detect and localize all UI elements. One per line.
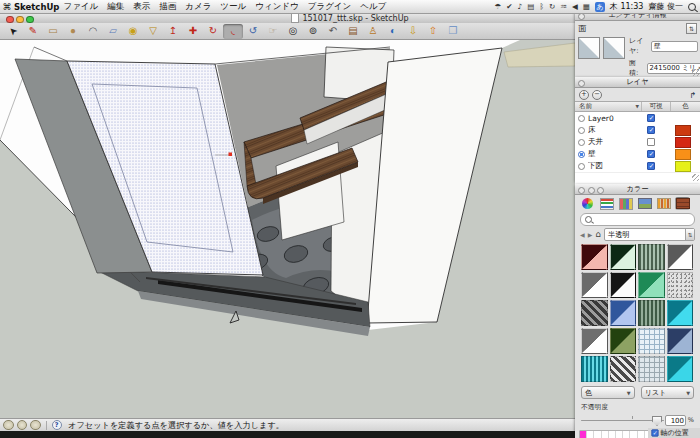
material-swatch-1[interactable] (581, 244, 608, 270)
credits-icon[interactable] (17, 420, 28, 431)
layer-active-radio[interactable] (578, 163, 585, 170)
list-popup-button[interactable]: リスト▼ (641, 386, 695, 399)
layer-visible-checkbox[interactable] (647, 150, 655, 158)
layer-row-下図[interactable]: 下図 (575, 160, 700, 172)
menu-item-ヘルプ[interactable]: ヘルプ (360, 1, 386, 13)
spotlight-search-icon[interactable] (688, 3, 696, 11)
material-swatch-2[interactable] (610, 244, 637, 270)
tool-line-button[interactable]: ✎ (23, 24, 43, 39)
layer-active-radio[interactable] (578, 139, 585, 146)
layer-select[interactable]: 壁 (651, 41, 698, 52)
favorite-color-cell[interactable] (623, 431, 630, 438)
menu-item-カメラ[interactable]: カメラ (185, 1, 211, 13)
tool-tape-measure-button[interactable]: ◉ (123, 24, 143, 39)
tool-eraser-button[interactable]: ▱ (103, 24, 123, 39)
layer-color-swatch[interactable] (675, 137, 691, 148)
back-material-thumb[interactable] (603, 37, 625, 59)
tool-rectangle-button[interactable]: ▭ (43, 24, 63, 39)
forward-arrow-icon[interactable]: ▶ (588, 231, 593, 238)
material-swatch-4[interactable] (667, 244, 694, 270)
favorite-color-cell[interactable] (630, 431, 637, 438)
menu-clock[interactable]: 木 11:33 (610, 1, 644, 12)
umbrella-icon[interactable]: ☂ (495, 3, 502, 11)
favorite-color-cell[interactable] (616, 431, 623, 438)
tool-share-model-button[interactable]: ⇧ (423, 24, 443, 39)
layer-visible-checkbox[interactable] (647, 162, 655, 170)
favorite-color-cell[interactable] (580, 431, 587, 438)
geolocation-icon[interactable] (3, 420, 14, 431)
layer-color-swatch[interactable] (675, 161, 691, 172)
favorite-color-cell[interactable] (594, 431, 601, 438)
material-swatch-7[interactable] (638, 272, 665, 298)
notes-icon[interactable]: ♪ (518, 3, 523, 11)
tool-orbit-button[interactable]: ↺ (243, 24, 263, 39)
home-icon[interactable]: ⌂ (595, 230, 601, 239)
layer-visible-checkbox[interactable] (647, 126, 655, 134)
check-badge-icon[interactable]: ✔ (506, 3, 512, 11)
front-material-thumb[interactable] (578, 37, 600, 59)
material-swatch-8[interactable] (667, 272, 694, 298)
material-swatch-16[interactable] (667, 328, 694, 354)
layer-options-icon[interactable]: ↱ (689, 91, 696, 100)
column-color[interactable]: 色 (670, 102, 700, 111)
tool-rotate-button[interactable]: ↻ (203, 24, 223, 39)
claim-credit-icon[interactable] (30, 420, 41, 431)
layer-row-床[interactable]: 床 (575, 124, 700, 136)
tool-add-location-button[interactable]: ♙ (363, 24, 383, 39)
tool-previous-view-button[interactable]: ↶ (323, 24, 343, 39)
material-swatch-10[interactable] (610, 300, 637, 326)
wifi-icon[interactable]: ♒ (560, 3, 567, 11)
image-palettes-icon[interactable] (637, 197, 652, 210)
menu-item-ツール[interactable]: ツール (220, 1, 246, 13)
tool-paint-bucket-button[interactable]: ▽ (143, 24, 163, 39)
favorite-color-cell[interactable] (609, 431, 616, 438)
layer-color-swatch[interactable] (675, 149, 691, 160)
layer-visible-checkbox[interactable] (647, 114, 655, 122)
material-swatch-14[interactable] (610, 328, 637, 354)
ime-input-icon[interactable]: あ (595, 2, 605, 12)
back-arrow-icon[interactable]: ◀ (580, 231, 585, 238)
opacity-slider-thumb[interactable] (652, 416, 662, 426)
material-swatch-20[interactable] (667, 356, 694, 382)
column-visible[interactable]: 可視 (641, 102, 670, 111)
favorite-color-cell[interactable] (638, 431, 645, 438)
app-menu-sketchup[interactable]: SketchUp (14, 2, 59, 12)
column-name[interactable]: 名前 ▼ (575, 102, 641, 111)
tool-send-to-layout-button[interactable]: ▤ (343, 24, 363, 39)
material-swatch-18[interactable] (610, 356, 637, 382)
layer-color-swatch[interactable] (675, 125, 691, 136)
layer-active-radio[interactable] (578, 151, 585, 158)
layer-row-Layer0[interactable]: Layer0 (575, 112, 700, 124)
airplay-icon[interactable]: ▦ (583, 3, 590, 11)
menu-item-ウィンドウ[interactable]: ウィンドウ (255, 1, 299, 13)
tool-arc-button[interactable]: ◠ (83, 24, 103, 39)
material-swatch-13[interactable] (581, 328, 608, 354)
opacity-slider-track[interactable] (581, 420, 664, 422)
tool-get-models-button[interactable]: ⇩ (403, 24, 423, 39)
layer-active-radio[interactable] (578, 127, 585, 134)
menu-user-name[interactable]: 齋藤 俊一 (648, 1, 683, 12)
material-swatch-17[interactable] (581, 356, 608, 382)
layer-row-天井[interactable]: 天井 (575, 136, 700, 148)
volume-icon[interactable]: ◀ (572, 3, 578, 11)
material-swatch-3[interactable] (638, 244, 665, 270)
material-swatch-6[interactable] (610, 272, 637, 298)
layer-row-壁[interactable]: 壁 (575, 148, 700, 160)
window-buttons[interactable] (578, 187, 604, 194)
add-layer-button[interactable]: + (579, 90, 589, 100)
sync-icon[interactable]: ↻ (549, 3, 555, 11)
menu-item-プラグイン[interactable]: プラグイン (308, 1, 352, 13)
tool-preview-in-google-earth-button[interactable]: ◐ (383, 24, 403, 39)
menu-item-表示[interactable]: 表示 (133, 1, 150, 13)
favorite-color-cell[interactable] (587, 431, 594, 438)
display-icon[interactable]: ▤ (527, 3, 534, 11)
collection-dropdown[interactable]: 半透明 ⇅ (604, 228, 695, 241)
material-swatch-19[interactable] (638, 356, 665, 382)
stepper-icon[interactable]: ⇅ (685, 229, 694, 240)
apple-menu-icon[interactable]: ⌘ (0, 2, 14, 12)
tool-push-pull-button[interactable]: ↥ (163, 24, 183, 39)
layers-header[interactable]: レイヤ (575, 77, 700, 88)
color-palettes-icon[interactable] (618, 197, 633, 210)
color-wheel-icon[interactable] (580, 197, 595, 210)
crayons-icon[interactable] (656, 197, 671, 210)
